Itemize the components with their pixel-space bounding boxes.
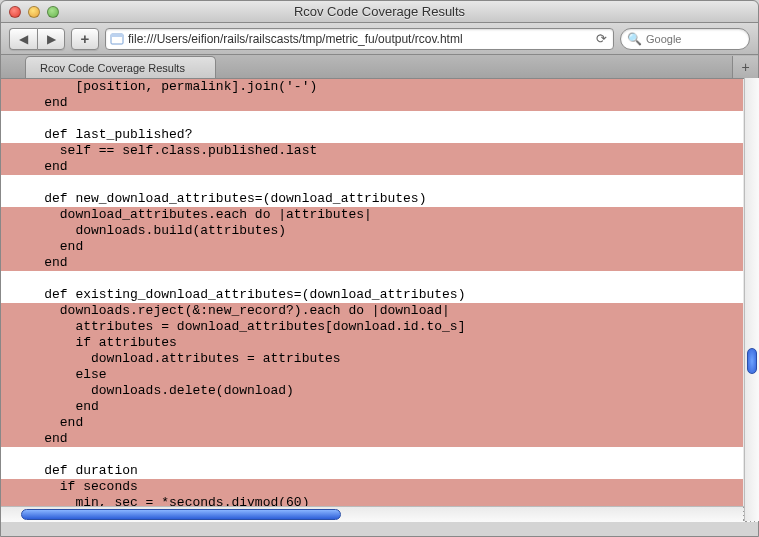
- code-line: [1, 447, 743, 463]
- code-cell: self == self.class.published.last: [1, 143, 743, 159]
- code-cell: end: [1, 431, 743, 447]
- code-cell: else: [1, 367, 743, 383]
- code-line: downloads.delete(download): [1, 383, 743, 399]
- code-cell: [position, permalink].join('-'): [1, 79, 743, 95]
- forward-arrow-icon: ▶: [47, 32, 56, 46]
- search-bar[interactable]: 🔍: [620, 28, 750, 50]
- code-line: def new_download_attributes=(download_at…: [1, 191, 743, 207]
- search-icon: 🔍: [627, 32, 642, 46]
- code-cell: if seconds: [1, 479, 743, 495]
- code-line: else: [1, 367, 743, 383]
- code-line: if seconds: [1, 479, 743, 495]
- code-cell: [1, 111, 743, 127]
- code-cell: attributes = download_attributes[downloa…: [1, 319, 743, 335]
- nav-button-group: ◀ ▶: [9, 28, 65, 50]
- browser-toolbar: ◀ ▶ + ⟳ 🔍: [1, 23, 758, 55]
- code-line: download.attributes = attributes: [1, 351, 743, 367]
- code-cell: def existing_download_attributes=(downlo…: [1, 287, 743, 303]
- forward-button[interactable]: ▶: [37, 28, 65, 50]
- favicon-icon: [110, 32, 124, 46]
- code-cell: end: [1, 239, 743, 255]
- code-line: download_attributes.each do |attributes|: [1, 207, 743, 223]
- horizontal-scrollbar[interactable]: [1, 506, 758, 522]
- code-cell: download_attributes.each do |attributes|: [1, 207, 743, 223]
- code-cell: if attributes: [1, 335, 743, 351]
- code-cell: end: [1, 399, 743, 415]
- code-cell: downloads.delete(download): [1, 383, 743, 399]
- code-line: end: [1, 399, 743, 415]
- code-cell: [1, 447, 743, 463]
- search-input[interactable]: [646, 33, 759, 45]
- vertical-scroll-thumb[interactable]: [747, 348, 757, 374]
- code-line: downloads.reject(&:new_record?).each do …: [1, 303, 743, 319]
- code-line: end: [1, 415, 743, 431]
- code-cell: min, sec = *seconds.divmod(60): [1, 495, 743, 506]
- code-cell: downloads.build(attributes): [1, 223, 743, 239]
- code-line: attributes = download_attributes[downloa…: [1, 319, 743, 335]
- coverage-table: [position, permalink].join('-') end def …: [1, 79, 743, 506]
- code-cell: def new_download_attributes=(download_at…: [1, 191, 743, 207]
- zoom-window-button[interactable]: [47, 6, 59, 18]
- code-cell: end: [1, 95, 743, 111]
- code-line: end: [1, 431, 743, 447]
- tab-label: Rcov Code Coverage Results: [40, 62, 185, 74]
- code-line: end: [1, 239, 743, 255]
- code-cell: end: [1, 255, 743, 271]
- code-line: end: [1, 159, 743, 175]
- code-line: def existing_download_attributes=(downlo…: [1, 287, 743, 303]
- window-title: Rcov Code Coverage Results: [1, 4, 758, 19]
- code-cell: def duration: [1, 463, 743, 479]
- code-line: def duration: [1, 463, 743, 479]
- back-arrow-icon: ◀: [19, 32, 28, 46]
- traffic-lights: [9, 6, 59, 18]
- code-cell: end: [1, 159, 743, 175]
- vertical-scrollbar[interactable]: [744, 78, 759, 521]
- close-window-button[interactable]: [9, 6, 21, 18]
- code-cell: downloads.reject(&:new_record?).each do …: [1, 303, 743, 319]
- code-cell: download.attributes = attributes: [1, 351, 743, 367]
- tab-close-icon[interactable]: [196, 61, 209, 74]
- code-line: self == self.class.published.last: [1, 143, 743, 159]
- reload-button[interactable]: ⟳: [593, 31, 609, 46]
- add-bookmark-button[interactable]: +: [71, 28, 99, 50]
- code-line: min, sec = *seconds.divmod(60): [1, 495, 743, 506]
- code-cell: [1, 271, 743, 287]
- tab-bar: Rcov Code Coverage Results +: [1, 55, 758, 79]
- tab-rcov[interactable]: Rcov Code Coverage Results: [25, 56, 216, 78]
- code-line: downloads.build(attributes): [1, 223, 743, 239]
- coverage-report: [position, permalink].join('-') end def …: [1, 79, 743, 506]
- url-bar[interactable]: ⟳: [105, 28, 614, 50]
- code-line: def last_published?: [1, 127, 743, 143]
- url-input[interactable]: [128, 32, 589, 46]
- code-line: [1, 111, 743, 127]
- window-titlebar: Rcov Code Coverage Results: [1, 1, 758, 23]
- horizontal-scroll-thumb[interactable]: [21, 509, 341, 520]
- code-line: [1, 271, 743, 287]
- code-line: end: [1, 255, 743, 271]
- code-line: [1, 175, 743, 191]
- code-cell: [1, 175, 743, 191]
- code-cell: def last_published?: [1, 127, 743, 143]
- svg-rect-1: [111, 34, 123, 37]
- code-cell: end: [1, 415, 743, 431]
- code-line: end: [1, 95, 743, 111]
- code-line: if attributes: [1, 335, 743, 351]
- code-line: [position, permalink].join('-'): [1, 79, 743, 95]
- new-tab-button[interactable]: +: [732, 56, 758, 78]
- content-wrap: [position, permalink].join('-') end def …: [1, 79, 758, 522]
- back-button[interactable]: ◀: [9, 28, 37, 50]
- minimize-window-button[interactable]: [28, 6, 40, 18]
- plus-icon: +: [81, 30, 90, 47]
